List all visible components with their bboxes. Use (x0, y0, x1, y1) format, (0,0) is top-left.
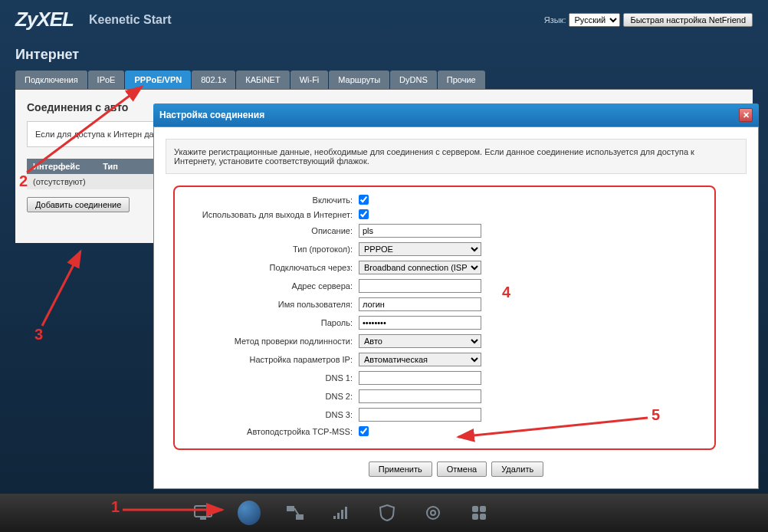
label-enable: Включить: (182, 195, 359, 205)
checkbox-use-internet[interactable] (359, 209, 369, 219)
language-select[interactable]: Русский (569, 13, 620, 27)
label-auth: Метод проверки подлинности: (182, 337, 359, 346)
apps-icon[interactable] (468, 501, 491, 524)
checkbox-enable[interactable] (359, 195, 369, 205)
logo-area: ZyXEL Keenetic Start (15, 8, 172, 31)
col-type: Тип (103, 162, 118, 171)
modal-description: Укажите регистрационные данные, необходи… (166, 139, 747, 174)
input-dns1[interactable] (359, 371, 481, 385)
network-icon[interactable] (284, 501, 307, 524)
svg-point-9 (427, 507, 439, 519)
delete-button[interactable]: Удалить (491, 461, 543, 477)
quick-setup-button[interactable]: Быстрая настройка NetFriend (623, 13, 753, 27)
model-name: Keenetic Start (89, 13, 172, 27)
tabs-row: Подключения IPoE PPPoE/VPN 802.1x КАБiNE… (15, 71, 753, 90)
section-title: Интернет (0, 35, 768, 71)
monitor-icon[interactable] (192, 501, 215, 524)
label-use-internet: Использовать для выхода в Интернет: (182, 210, 359, 219)
input-server[interactable] (359, 279, 481, 293)
svg-rect-3 (296, 514, 304, 520)
label-description: Описание: (182, 226, 359, 235)
tab-wifi[interactable]: Wi-Fi (290, 71, 329, 89)
svg-rect-6 (337, 513, 340, 519)
select-connect-via[interactable]: Broadband connection (ISP) (359, 261, 481, 274)
svg-point-10 (431, 511, 435, 515)
tab-dydns[interactable]: DyDNS (390, 71, 437, 89)
input-description[interactable] (359, 224, 481, 238)
annotation-2: 2 (19, 172, 28, 190)
apply-button[interactable]: Применить (369, 461, 432, 477)
modal-titlebar: Настройка соединения ✕ (153, 103, 759, 126)
label-username: Имя пользователя: (182, 300, 359, 309)
svg-rect-7 (341, 510, 343, 519)
shield-icon[interactable] (376, 501, 399, 524)
select-type[interactable]: PPPOE (359, 242, 481, 256)
svg-rect-2 (287, 506, 294, 511)
modal-button-row: Применить Отмена Удалить (166, 461, 747, 477)
gear-icon[interactable] (422, 501, 445, 524)
svg-rect-8 (345, 507, 347, 519)
tab-routes[interactable]: Маршруты (329, 71, 389, 89)
svg-rect-12 (480, 506, 486, 512)
svg-line-20 (42, 251, 80, 326)
header: ZyXEL Keenetic Start Язык: Русский Быстр… (0, 0, 768, 35)
svg-rect-14 (480, 514, 486, 520)
modal-body: Укажите регистрационные данные, необходи… (153, 126, 759, 489)
svg-rect-11 (472, 506, 478, 512)
input-username[interactable] (359, 297, 481, 311)
globe-icon[interactable] (238, 501, 261, 524)
signal-icon[interactable] (330, 501, 353, 524)
modal-close-button[interactable]: ✕ (739, 108, 753, 122)
label-password: Пароль: (182, 318, 359, 327)
connection-settings-modal: Настройка соединения ✕ Укажите регистрац… (153, 103, 759, 489)
input-password[interactable] (359, 316, 481, 330)
select-auth-method[interactable]: Авто (359, 334, 481, 348)
svg-rect-1 (200, 517, 206, 520)
tab-pppoe-vpn[interactable]: PPPoE/VPN (125, 71, 191, 89)
modal-title: Настройка соединения (159, 110, 264, 120)
input-dns3[interactable] (359, 408, 481, 422)
svg-rect-5 (333, 516, 336, 519)
language-label: Язык: (544, 15, 566, 25)
label-tcp-mss: Автоподстройка TCP-MSS: (182, 427, 359, 436)
arrow-3 (38, 245, 92, 330)
tab-connections[interactable]: Подключения (15, 71, 87, 89)
tab-ipoe[interactable]: IPoE (88, 71, 125, 89)
label-type: Тип (протокол): (182, 245, 359, 254)
label-dns2: DNS 2: (182, 392, 359, 401)
label-server: Адрес сервера: (182, 281, 359, 291)
select-ip-settings[interactable]: Автоматическая (359, 353, 481, 366)
label-connect-via: Подключаться через: (182, 263, 359, 272)
tab-8021x[interactable]: 802.1x (192, 71, 235, 89)
annotation-4: 4 (502, 284, 510, 301)
svg-rect-0 (195, 506, 212, 517)
language-area: Язык: Русский Быстрая настройка NetFrien… (544, 13, 753, 27)
cancel-button[interactable]: Отмена (437, 461, 487, 477)
tab-kabinet[interactable]: КАБiNET (236, 71, 289, 89)
input-dns2[interactable] (359, 389, 481, 403)
brand-logo: ZyXEL (15, 8, 74, 31)
annotation-3: 3 (34, 326, 43, 343)
label-dns3: DNS 3: (182, 410, 359, 419)
label-dns1: DNS 1: (182, 373, 359, 383)
annotation-1: 1 (111, 498, 120, 516)
tab-other[interactable]: Прочие (438, 71, 485, 89)
add-connection-button[interactable]: Добавить соединение (27, 197, 130, 212)
form-highlight-box: Включить: Использовать для выхода в Инте… (173, 186, 716, 450)
close-icon: ✕ (743, 110, 750, 120)
annotation-5: 5 (651, 406, 660, 424)
col-interface: Интерфейс (33, 162, 80, 171)
checkbox-tcp-mss[interactable] (359, 426, 369, 436)
svg-rect-13 (472, 514, 478, 520)
label-ip-settings: Настройка параметров IP: (182, 355, 359, 364)
